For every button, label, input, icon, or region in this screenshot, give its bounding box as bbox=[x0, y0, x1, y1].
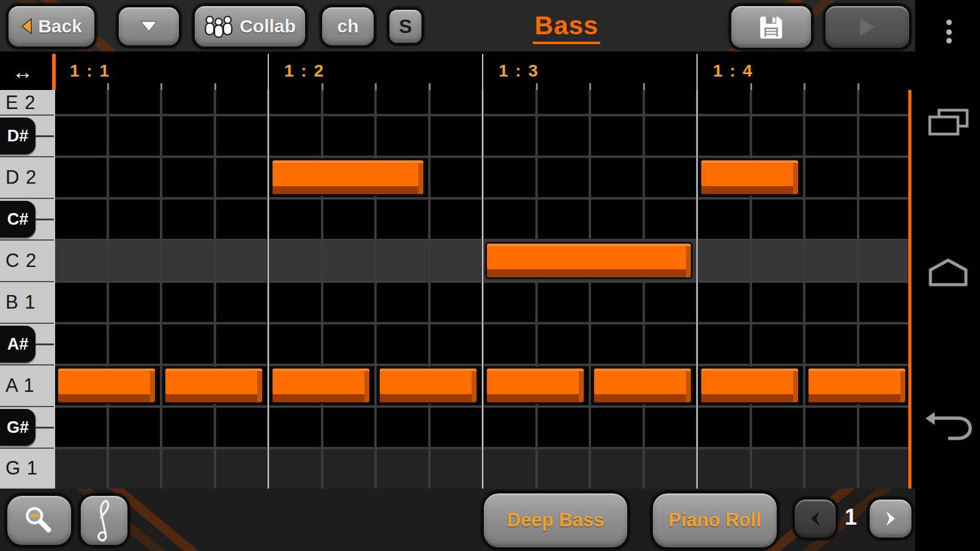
grid-line-vertical bbox=[535, 90, 538, 489]
grid-line-vertical bbox=[803, 90, 805, 489]
piano-key-b1[interactable]: B 1 bbox=[6, 291, 36, 313]
back-button-label: Back bbox=[38, 16, 82, 37]
piano-key-e2[interactable]: E 2 bbox=[6, 92, 36, 114]
key-divider bbox=[0, 364, 54, 365]
grid-line-vertical bbox=[428, 90, 431, 489]
timeline-ruler[interactable]: ↔ 1 : 11 : 21 : 31 : 4 bbox=[0, 54, 915, 90]
key-divider bbox=[0, 448, 54, 449]
piano-key-g[interactable]: G# bbox=[0, 409, 36, 446]
bottom-toolbar: Deep Bass Piano Roll 1 bbox=[0, 489, 915, 551]
piano-key-a1[interactable]: A 1 bbox=[6, 375, 35, 397]
menu-dot-icon bbox=[946, 29, 952, 35]
beat-tick bbox=[589, 83, 591, 90]
black-key-midline bbox=[36, 135, 54, 137]
grid-bar-line bbox=[54, 90, 55, 489]
grid-note[interactable] bbox=[699, 367, 800, 404]
piano-key-c[interactable]: C# bbox=[0, 201, 36, 238]
preset-button-label: Deep Bass bbox=[507, 509, 605, 531]
grid-note[interactable] bbox=[378, 367, 478, 404]
back-arrow-icon bbox=[21, 18, 32, 35]
beat-tick bbox=[750, 83, 752, 90]
grid-note[interactable] bbox=[271, 159, 425, 196]
grid-note[interactable] bbox=[699, 159, 800, 196]
piano-key-label: D# bbox=[7, 127, 29, 146]
collab-button[interactable]: Collab bbox=[192, 4, 307, 49]
beat-tick bbox=[858, 83, 859, 90]
piano-key-a[interactable]: A# bbox=[0, 326, 36, 362]
piano-key-g1[interactable]: G 1 bbox=[6, 457, 38, 479]
dropdown-button[interactable] bbox=[116, 5, 181, 48]
chevron-down-icon bbox=[139, 20, 159, 33]
preset-button[interactable]: Deep Bass bbox=[481, 491, 630, 550]
page-prev-button[interactable] bbox=[793, 497, 838, 540]
android-system-bar bbox=[915, 0, 980, 551]
save-button[interactable] bbox=[729, 4, 813, 50]
resize-handle-icon[interactable]: ↔ bbox=[0, 54, 54, 90]
note-grid[interactable] bbox=[54, 90, 911, 489]
overflow-menu-button[interactable] bbox=[938, 12, 960, 49]
piano-roll-screen: Back Collab ch S Bass bbox=[0, 0, 980, 551]
track-title[interactable]: Bass bbox=[502, 11, 631, 44]
back-nav-icon[interactable] bbox=[925, 410, 974, 441]
beat-tick bbox=[375, 83, 377, 90]
beat-tick bbox=[429, 83, 431, 90]
beat-tick bbox=[214, 83, 216, 90]
zoom-out-button[interactable] bbox=[5, 493, 74, 547]
timeline-bar-line bbox=[482, 54, 483, 90]
piano-key-column: E 2D#D 2C#C 2B 1A#A 1G#G 1 bbox=[0, 90, 54, 489]
timeline-bar-line bbox=[696, 54, 698, 90]
recent-apps-icon[interactable] bbox=[926, 108, 971, 137]
solo-button-label: S bbox=[399, 15, 412, 38]
piano-key-c2[interactable]: C 2 bbox=[6, 250, 37, 272]
home-icon[interactable] bbox=[926, 257, 970, 288]
black-key-midline bbox=[36, 343, 54, 345]
key-divider bbox=[0, 323, 54, 324]
piano-key-d[interactable]: D# bbox=[0, 118, 36, 154]
grid-note[interactable] bbox=[271, 367, 371, 404]
menu-dot-icon bbox=[946, 38, 952, 43]
beat-tick bbox=[536, 83, 538, 90]
grid-bar-line bbox=[696, 90, 698, 489]
play-button[interactable] bbox=[823, 4, 911, 50]
collab-button-label: Collab bbox=[239, 16, 296, 37]
grid-note[interactable] bbox=[56, 367, 157, 404]
save-floppy-icon bbox=[758, 14, 784, 40]
piano-key-label: A# bbox=[7, 335, 29, 354]
beat-tick bbox=[643, 83, 645, 90]
grid-line-vertical bbox=[160, 90, 162, 489]
chevron-right-icon bbox=[883, 509, 899, 528]
grid-note[interactable] bbox=[485, 242, 693, 279]
timeline-bar-label: 1 : 3 bbox=[499, 61, 539, 81]
playhead-marker[interactable] bbox=[52, 54, 56, 90]
black-key-midline bbox=[36, 427, 54, 429]
key-divider bbox=[0, 281, 54, 282]
grid-line-vertical bbox=[321, 90, 323, 489]
key-divider bbox=[0, 406, 54, 407]
view-mode-button[interactable]: Piano Roll bbox=[650, 491, 779, 550]
page-number: 1 bbox=[837, 504, 865, 530]
pattern-end-line bbox=[908, 90, 911, 489]
back-button[interactable]: Back bbox=[6, 4, 97, 49]
piano-key-label: C# bbox=[7, 210, 29, 229]
grid-bar-line bbox=[268, 90, 269, 489]
play-icon bbox=[858, 17, 876, 37]
magnifier-minus-icon bbox=[23, 506, 55, 535]
grid-note[interactable] bbox=[164, 367, 264, 404]
channel-button[interactable]: ch bbox=[320, 5, 376, 48]
grid-note[interactable] bbox=[807, 367, 907, 404]
solo-button[interactable]: S bbox=[387, 7, 424, 45]
treble-clef-button[interactable] bbox=[78, 493, 130, 547]
grid-line-vertical bbox=[857, 90, 859, 489]
grid-note[interactable] bbox=[592, 367, 693, 404]
grid-bar-line bbox=[482, 90, 483, 489]
chevron-left-icon bbox=[807, 509, 823, 528]
view-mode-button-label: Piano Roll bbox=[668, 509, 761, 531]
key-divider bbox=[0, 114, 54, 116]
piano-key-d2[interactable]: D 2 bbox=[6, 167, 37, 189]
top-toolbar: Back Collab ch S Bass bbox=[0, 0, 915, 51]
timeline-bar-label: 1 : 2 bbox=[284, 61, 325, 81]
beat-tick bbox=[804, 83, 805, 90]
page-next-button[interactable] bbox=[867, 497, 914, 540]
grid-line-vertical bbox=[107, 90, 109, 489]
grid-note[interactable] bbox=[485, 367, 586, 404]
